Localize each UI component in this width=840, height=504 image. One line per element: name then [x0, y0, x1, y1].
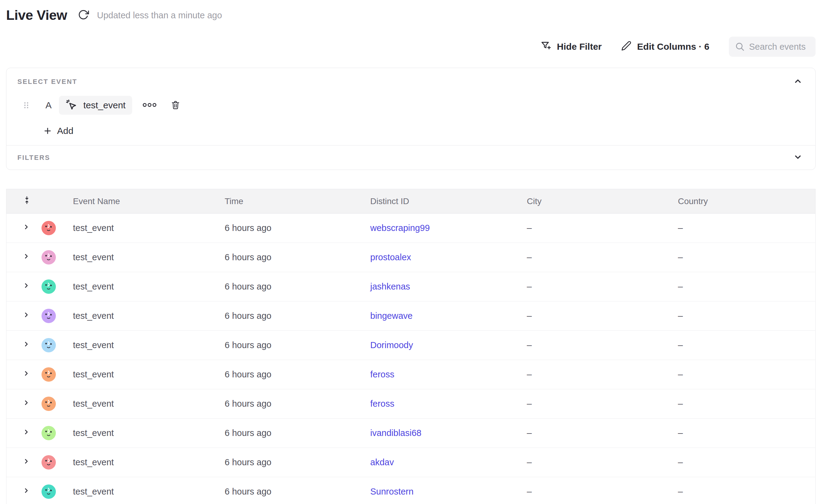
- time-cell: 6 hours ago: [225, 223, 370, 233]
- event-table-row[interactable]: test_event 6 hours ago webscraping99 – –: [6, 214, 815, 243]
- search-events-input[interactable]: [749, 42, 809, 52]
- city-cell: –: [527, 487, 678, 497]
- select-event-label: SELECT EVENT: [17, 78, 77, 86]
- time-cell: 6 hours ago: [225, 340, 370, 350]
- time-cell: 6 hours ago: [225, 487, 370, 497]
- distinct-id-link[interactable]: akdav: [370, 457, 394, 467]
- event-table-row[interactable]: test_event 6 hours ago feross – –: [6, 360, 815, 389]
- time-cell: 6 hours ago: [225, 399, 370, 409]
- avatar-circle: [41, 280, 56, 294]
- column-header-country[interactable]: Country: [678, 197, 815, 206]
- time-cell: 6 hours ago: [225, 457, 370, 467]
- drag-handle[interactable]: [23, 102, 29, 109]
- event-table-row[interactable]: test_event 6 hours ago jashkenas – –: [6, 272, 815, 302]
- distinct-id-link[interactable]: bingewave: [370, 311, 413, 321]
- expand-row-button[interactable]: [22, 340, 36, 350]
- country-cell: –: [678, 399, 815, 409]
- event-table-row[interactable]: test_event 6 hours ago prostoalex – –: [6, 243, 815, 272]
- expand-row-button[interactable]: [22, 370, 36, 379]
- event-options-button[interactable]: [142, 102, 157, 109]
- chevron-right-icon: [22, 311, 30, 321]
- delete-event-button[interactable]: [170, 100, 181, 111]
- filters-section: FILTERS: [6, 145, 815, 169]
- chevron-right-icon: [22, 282, 30, 292]
- column-header-event-name[interactable]: Event Name: [65, 197, 225, 206]
- expand-row-button[interactable]: [22, 223, 36, 233]
- column-header-time[interactable]: Time: [225, 197, 370, 206]
- expand-row-button[interactable]: [22, 311, 36, 321]
- hide-filter-label: Hide Filter: [557, 41, 602, 52]
- expand-row-button[interactable]: [22, 487, 36, 497]
- search-events-box[interactable]: [729, 37, 816, 57]
- avatar: [41, 338, 56, 353]
- event-table-row[interactable]: test_event 6 hours ago Sunrostern – –: [6, 477, 815, 504]
- page-header: Live View Updated less than a minute ago: [6, 0, 816, 24]
- time-cell: 6 hours ago: [225, 370, 370, 379]
- avatar-circle: [41, 250, 56, 265]
- avatar: [41, 455, 56, 469]
- event-select-button[interactable]: test_event: [59, 96, 132, 115]
- country-cell: –: [678, 282, 815, 292]
- avatar: [41, 426, 56, 440]
- event-name-cell: test_event: [65, 282, 225, 292]
- event-table-row[interactable]: test_event 6 hours ago akdav – –: [6, 448, 815, 477]
- distinct-id-link[interactable]: prostoalex: [370, 252, 411, 262]
- avatar-circle: [41, 309, 56, 323]
- time-cell: 6 hours ago: [225, 252, 370, 263]
- avatar: [41, 367, 56, 382]
- refresh-button[interactable]: [77, 9, 90, 21]
- avatar-circle: [41, 485, 56, 499]
- country-cell: –: [678, 457, 815, 467]
- edit-columns-button[interactable]: Edit Columns · 6: [621, 40, 710, 53]
- event-table-row[interactable]: test_event 6 hours ago bingewave – –: [6, 302, 815, 331]
- city-cell: –: [527, 457, 678, 467]
- country-cell: –: [678, 340, 815, 350]
- distinct-id-link[interactable]: Dorimoody: [370, 340, 413, 350]
- city-cell: –: [527, 223, 678, 233]
- event-table-row[interactable]: test_event 6 hours ago feross – –: [6, 389, 815, 418]
- event-name-cell: test_event: [65, 457, 225, 467]
- column-header-distinct-id[interactable]: Distinct ID: [370, 197, 527, 206]
- city-cell: –: [527, 428, 678, 438]
- search-icon: [735, 42, 745, 52]
- distinct-id-link[interactable]: jashkenas: [370, 282, 410, 291]
- updated-status: Updated less than a minute ago: [97, 11, 222, 20]
- avatar: [41, 485, 56, 499]
- event-table-row[interactable]: test_event 6 hours ago Dorimoody – –: [6, 331, 815, 360]
- event-name-label: test_event: [83, 100, 125, 110]
- page-title: Live View: [6, 7, 67, 23]
- live-view-page: Live View Updated less than a minute ago…: [6, 0, 816, 504]
- add-event-button[interactable]: Add: [43, 126, 73, 136]
- hide-filter-button[interactable]: Hide Filter: [541, 40, 602, 53]
- chevron-right-icon: [22, 340, 30, 350]
- country-cell: –: [678, 370, 815, 379]
- distinct-id-link[interactable]: Sunrostern: [370, 487, 414, 497]
- event-table-row[interactable]: test_event 6 hours ago ivandiblasi68 – –: [6, 418, 815, 448]
- toolbar: Hide Filter Edit Columns · 6: [6, 37, 816, 57]
- collapse-select-event-button[interactable]: [793, 76, 803, 87]
- expand-filters-button[interactable]: [793, 152, 803, 163]
- filters-label: FILTERS: [17, 154, 50, 162]
- expand-row-button[interactable]: [22, 252, 36, 263]
- city-cell: –: [527, 370, 678, 379]
- country-cell: –: [678, 428, 815, 438]
- distinct-id-link[interactable]: webscraping99: [370, 223, 430, 233]
- distinct-id-link[interactable]: feross: [370, 370, 395, 379]
- event-name-cell: test_event: [65, 428, 225, 438]
- avatar-circle: [41, 338, 56, 353]
- filter-plus-icon: [541, 40, 552, 53]
- expand-row-button[interactable]: [22, 457, 36, 467]
- avatar: [41, 221, 56, 235]
- collapse-rows-button[interactable]: [22, 196, 36, 207]
- expand-row-button[interactable]: [22, 282, 36, 292]
- more-options-icon: [142, 103, 157, 108]
- expand-row-button[interactable]: [22, 428, 36, 438]
- table-body: test_event 6 hours ago webscraping99 – –: [6, 214, 815, 504]
- chevron-right-icon: [22, 223, 30, 233]
- add-label: Add: [57, 126, 73, 136]
- distinct-id-link[interactable]: feross: [370, 399, 395, 409]
- expand-row-button[interactable]: [22, 399, 36, 409]
- column-header-city[interactable]: City: [527, 197, 678, 206]
- trash-icon: [171, 100, 180, 111]
- distinct-id-link[interactable]: ivandiblasi68: [370, 428, 421, 438]
